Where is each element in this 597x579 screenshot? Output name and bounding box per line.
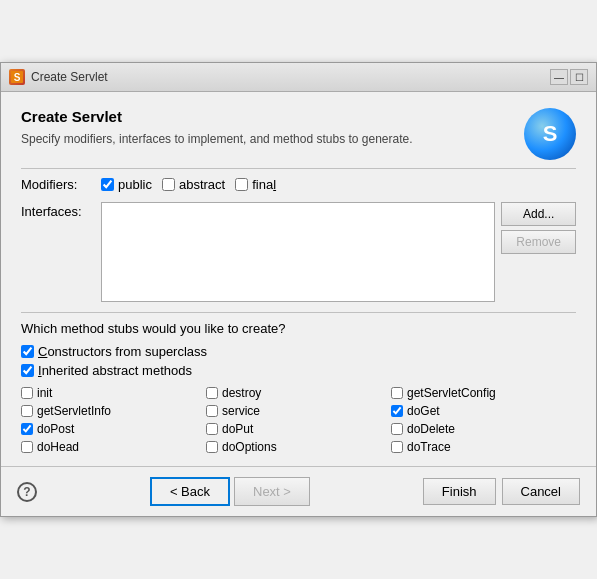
stub-doput-label: doPut	[222, 422, 253, 436]
interfaces-row: Interfaces: Add... Remove	[21, 202, 576, 302]
stub-dooptions[interactable]: doOptions	[206, 440, 391, 454]
stub-inherited-label: Inherited abstract methods	[38, 363, 192, 378]
stub-getservletconfig-checkbox[interactable]	[391, 387, 403, 399]
page-title: Create Servlet	[21, 108, 413, 125]
modifier-abstract-checkbox[interactable]	[162, 178, 175, 191]
stub-inherited[interactable]: Inherited abstract methods	[21, 363, 576, 378]
stub-service-checkbox[interactable]	[206, 405, 218, 417]
add-button[interactable]: Add...	[501, 202, 576, 226]
stubs-grid: init destroy getServletConfig getServlet…	[21, 386, 576, 454]
stubs-section: Which method stubs would you like to cre…	[21, 321, 576, 454]
modifier-public-checkbox[interactable]	[101, 178, 114, 191]
bottom-bar: ? < Back Next > Finish Cancel	[1, 466, 596, 516]
stub-constructors[interactable]: Constructors from superclass	[21, 344, 576, 359]
stub-doget-checkbox[interactable]	[391, 405, 403, 417]
modifier-abstract[interactable]: abstract	[162, 177, 225, 192]
stub-dohead-label: doHead	[37, 440, 79, 454]
stubs-title: Which method stubs would you like to cre…	[21, 321, 576, 336]
stub-dotrace-label: doTrace	[407, 440, 451, 454]
stub-getservletconfig[interactable]: getServletConfig	[391, 386, 576, 400]
modifiers-label: Modifiers:	[21, 177, 101, 192]
stub-getservletinfo-checkbox[interactable]	[21, 405, 33, 417]
nav-buttons: < Back Next >	[150, 477, 310, 506]
page-subtitle: Specify modifiers, interfaces to impleme…	[21, 131, 413, 148]
stub-service-label: service	[222, 404, 260, 418]
dialog-window: S Create Servlet — ☐ Create Servlet Spec…	[0, 62, 597, 517]
stub-dopost-label: doPost	[37, 422, 74, 436]
stub-dotrace-checkbox[interactable]	[391, 441, 403, 453]
help-button[interactable]: ?	[17, 482, 37, 502]
stub-destroy-checkbox[interactable]	[206, 387, 218, 399]
stub-dodelete-checkbox[interactable]	[391, 423, 403, 435]
separator-2	[21, 312, 576, 313]
interfaces-area: Add... Remove	[101, 202, 576, 302]
stub-dodelete-label: doDelete	[407, 422, 455, 436]
window-title: Create Servlet	[31, 70, 108, 84]
header-text: Create Servlet Specify modifiers, interf…	[21, 108, 413, 148]
window-icon: S	[9, 69, 25, 85]
servlet-logo: S	[524, 108, 576, 160]
stub-doget[interactable]: doGet	[391, 404, 576, 418]
modifier-public-label: public	[118, 177, 152, 192]
minimize-button[interactable]: —	[550, 69, 568, 85]
interfaces-buttons: Add... Remove	[501, 202, 576, 254]
next-button[interactable]: Next >	[234, 477, 310, 506]
modifiers-row: Modifiers: public abstract final	[21, 177, 576, 192]
stub-destroy-label: destroy	[222, 386, 261, 400]
stub-service[interactable]: service	[206, 404, 391, 418]
stub-dooptions-checkbox[interactable]	[206, 441, 218, 453]
back-button[interactable]: < Back	[150, 477, 230, 506]
modifier-abstract-label: abstract	[179, 177, 225, 192]
modifier-public[interactable]: public	[101, 177, 152, 192]
stub-getservletinfo-label: getServletInfo	[37, 404, 111, 418]
stub-dotrace[interactable]: doTrace	[391, 440, 576, 454]
stub-dopost-checkbox[interactable]	[21, 423, 33, 435]
stub-getservletinfo[interactable]: getServletInfo	[21, 404, 206, 418]
stub-getservletconfig-label: getServletConfig	[407, 386, 496, 400]
stub-dooptions-label: doOptions	[222, 440, 277, 454]
stub-dohead-checkbox[interactable]	[21, 441, 33, 453]
interfaces-listbox[interactable]	[101, 202, 495, 302]
title-bar: S Create Servlet — ☐	[1, 63, 596, 92]
stub-doget-label: doGet	[407, 404, 440, 418]
modifiers-options: public abstract final	[101, 177, 276, 192]
title-bar-left: S Create Servlet	[9, 69, 108, 85]
logo-letter: S	[543, 121, 558, 147]
cancel-button[interactable]: Cancel	[502, 478, 580, 505]
stub-init-checkbox[interactable]	[21, 387, 33, 399]
modifier-final-checkbox[interactable]	[235, 178, 248, 191]
stub-doput[interactable]: doPut	[206, 422, 391, 436]
action-buttons: Finish Cancel	[423, 478, 580, 505]
stub-dohead[interactable]: doHead	[21, 440, 206, 454]
modifier-final[interactable]: final	[235, 177, 276, 192]
stub-init[interactable]: init	[21, 386, 206, 400]
stub-constructors-checkbox[interactable]	[21, 345, 34, 358]
separator-1	[21, 168, 576, 169]
stub-dopost[interactable]: doPost	[21, 422, 206, 436]
stub-constructors-label: Constructors from superclass	[38, 344, 207, 359]
finish-button[interactable]: Finish	[423, 478, 496, 505]
interfaces-label: Interfaces:	[21, 204, 101, 219]
restore-button[interactable]: ☐	[570, 69, 588, 85]
stub-doput-checkbox[interactable]	[206, 423, 218, 435]
svg-text:S: S	[14, 72, 21, 83]
modifier-final-label: final	[252, 177, 276, 192]
content-area: Create Servlet Specify modifiers, interf…	[1, 92, 596, 466]
page-header: Create Servlet Specify modifiers, interf…	[21, 108, 576, 160]
remove-button[interactable]: Remove	[501, 230, 576, 254]
stub-inherited-checkbox[interactable]	[21, 364, 34, 377]
title-bar-controls: — ☐	[550, 69, 588, 85]
stub-dodelete[interactable]: doDelete	[391, 422, 576, 436]
stub-init-label: init	[37, 386, 52, 400]
stub-destroy[interactable]: destroy	[206, 386, 391, 400]
